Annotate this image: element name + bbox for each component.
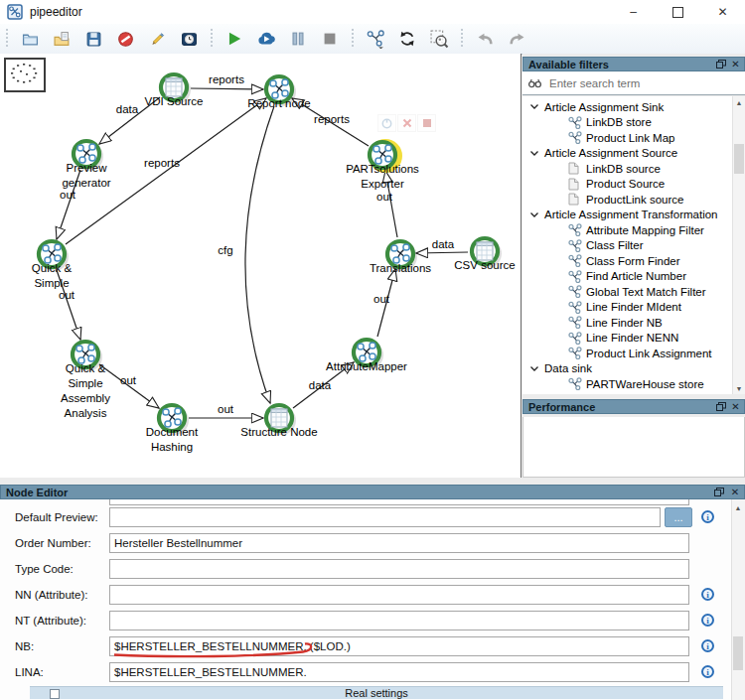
field-input[interactable] (109, 559, 689, 579)
close-action-button[interactable] (397, 114, 416, 132)
filter-item[interactable]: Product Source (522, 177, 745, 193)
field-input[interactable] (109, 662, 689, 682)
filter-tree-scrollbar[interactable]: ▲ ▼ (732, 96, 745, 394)
float-panel-icon[interactable] (714, 60, 727, 69)
node-structure-node[interactable]: Structure Node (240, 405, 317, 438)
node-document-hashing[interactable]: DocumentHashing (146, 405, 199, 453)
filter-item[interactable]: Attribute Mapping Filter (522, 222, 745, 238)
filter-item[interactable]: ProductLink source (522, 192, 745, 208)
stop-action-button[interactable] (417, 114, 436, 132)
info-icon[interactable]: i (701, 614, 714, 627)
close-panel-icon[interactable]: ✕ (728, 488, 742, 497)
node-csv-source[interactable]: CSV source (454, 238, 515, 271)
edge-vdi-source-to-report-node[interactable] (191, 88, 263, 89)
filter-category[interactable]: Article Assignment Sink (522, 99, 745, 115)
undo-button[interactable] (472, 26, 498, 52)
filter-item[interactable]: Line Finder NB (522, 315, 745, 331)
stop-button[interactable] (317, 26, 343, 52)
save-button[interactable] (80, 26, 106, 52)
filter-category[interactable]: Data sink (522, 361, 745, 377)
node-caption: Hashing (151, 441, 193, 453)
chevron-down-icon[interactable] (529, 103, 541, 110)
field-label: Order Number: (15, 537, 91, 549)
filter-item[interactable]: PARTWareHouse store (522, 376, 745, 392)
export-db-button[interactable] (176, 26, 202, 52)
minimap-overview[interactable] (4, 58, 46, 92)
info-icon[interactable]: i (701, 639, 714, 652)
node-preview-generator[interactable]: Previewgenerator (62, 141, 110, 189)
info-icon[interactable]: i (701, 588, 714, 601)
import-file-button[interactable] (49, 26, 74, 52)
pipeline-canvas[interactable]: reportsdatareportsreportscfgoutoutoutout… (0, 54, 522, 479)
filter-item[interactable]: Class Form Finder (522, 253, 745, 269)
node-quick-and-simple[interactable]: Quick &Simple (32, 241, 73, 289)
field-input[interactable] (109, 611, 689, 630)
edge-csv-source-to-translations[interactable] (416, 252, 468, 253)
open-folder-button[interactable] (17, 26, 43, 52)
filter-item[interactable]: LinkDB source (522, 161, 745, 177)
field-input[interactable] (109, 533, 689, 553)
info-icon[interactable]: i (701, 665, 714, 678)
dock-splitter[interactable] (0, 478, 745, 485)
filter-item[interactable]: Find Article Number (522, 269, 745, 285)
filter-item[interactable]: Product Link Map (522, 130, 745, 146)
chevron-down-icon[interactable] (529, 150, 541, 157)
real-settings-checkbox[interactable] (50, 689, 60, 699)
filter-node-icon (568, 377, 583, 390)
run-button[interactable] (222, 26, 247, 52)
refresh-button[interactable] (394, 26, 420, 52)
edge-report-node-to-structure-node[interactable] (245, 106, 274, 403)
abort-button[interactable] (112, 26, 138, 52)
close-panel-icon[interactable]: ✕ (729, 60, 742, 70)
scrollbar-thumb[interactable] (733, 636, 743, 670)
minimize-button[interactable]: – (611, 0, 656, 24)
pause-button[interactable] (285, 26, 311, 52)
filter-category[interactable]: Article Assignment Transformation (522, 208, 745, 223)
toolbar-grip[interactable] (5, 29, 10, 49)
scroll-up-icon[interactable]: ▲ (732, 501, 744, 513)
scroll-down-icon[interactable]: ▼ (733, 382, 745, 394)
chevron-down-icon[interactable] (529, 211, 541, 218)
filter-search-input[interactable] (547, 76, 745, 90)
power-action-button[interactable] (377, 114, 396, 132)
node-editor-scrollbar[interactable]: ▲ (731, 499, 745, 700)
field-input[interactable] (109, 507, 661, 527)
redo-button[interactable] (504, 26, 529, 52)
filter-item[interactable]: Class Filter (522, 238, 745, 254)
scroll-up-icon[interactable]: ▲ (733, 96, 745, 108)
stop-icon (321, 30, 339, 48)
filter-item[interactable]: Line Finder MIdent (522, 300, 745, 316)
float-panel-icon[interactable] (712, 488, 726, 496)
close-button[interactable]: ✕ (700, 0, 745, 24)
node-partsolutions-exporter[interactable]: PARTsolutionsExporter (346, 142, 419, 190)
node-caption: Structure Node (240, 426, 317, 438)
browse-button[interactable]: ... (665, 507, 692, 527)
node-quick-and-simple-assembly-analysis[interactable]: Quick &SimpleAssemblyAnalysis (61, 342, 110, 419)
node-vdi-source[interactable]: VDI Source (145, 74, 204, 107)
toolbar-grip[interactable] (460, 29, 465, 49)
node-translations[interactable]: Translations (370, 241, 431, 274)
toolbar-grip[interactable] (351, 29, 356, 49)
chevron-down-icon[interactable] (529, 365, 541, 372)
filter-item[interactable]: Product Link Assignment (522, 346, 745, 361)
zoom-select-button[interactable] (426, 26, 452, 52)
run-remote-button[interactable] (253, 26, 279, 52)
info-icon[interactable]: i (701, 510, 714, 523)
document-icon (568, 162, 583, 175)
node-report-node[interactable]: Report node (247, 76, 310, 109)
edit-button[interactable] (144, 26, 170, 52)
toolbar-grip[interactable] (210, 29, 215, 49)
field-input[interactable] (109, 585, 689, 605)
filter-item[interactable]: Line Finder NENN (522, 331, 745, 347)
node-attribute-mapper[interactable]: AttributeMapper (326, 340, 407, 372)
close-panel-icon[interactable]: ✕ (729, 402, 742, 412)
connect-tool-button[interactable] (363, 26, 388, 52)
filter-category[interactable]: Article Assignment Source (522, 146, 745, 162)
filter-item[interactable]: LinkDB store (522, 115, 745, 131)
nb-input[interactable] (109, 636, 689, 656)
float-panel-icon[interactable] (714, 402, 727, 411)
filter-item[interactable]: Global Text Match Filter (522, 284, 745, 300)
maximize-button[interactable] (656, 0, 700, 24)
connect-tool-icon (367, 30, 385, 49)
scrollbar-thumb[interactable] (734, 144, 744, 174)
